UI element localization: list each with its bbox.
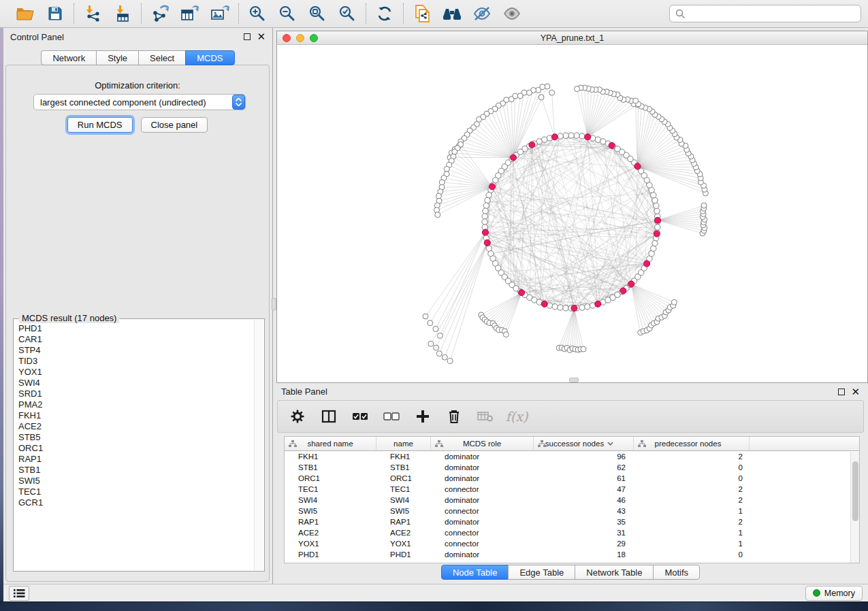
show-all-icon[interactable] xyxy=(500,3,524,24)
import-network-icon[interactable] xyxy=(81,3,104,24)
network-view-window: YPA_prune.txt_1 xyxy=(276,31,868,383)
network-title: YPA_prune.txt_1 xyxy=(277,33,867,43)
close-panel-icon[interactable]: ✕ xyxy=(851,389,860,395)
mcds-result-item[interactable]: FKH1 xyxy=(15,410,253,421)
tab-network-table[interactable]: Network Table xyxy=(575,565,654,580)
close-panel-icon[interactable]: ✕ xyxy=(257,33,266,40)
mcds-result-item[interactable]: ACE2 xyxy=(15,421,253,432)
hierarchy-icon xyxy=(289,440,297,448)
mcds-result-item[interactable]: PHD1 xyxy=(15,323,253,334)
table-cell: 31 xyxy=(534,529,634,537)
tab-motifs[interactable]: Motifs xyxy=(653,565,700,580)
mcds-result-item[interactable]: GCR1 xyxy=(15,497,253,508)
delete-column-icon[interactable] xyxy=(445,408,463,425)
float-panel-icon[interactable] xyxy=(244,33,251,40)
mcds-result-item[interactable]: SWI4 xyxy=(15,378,253,389)
delete-table-icon[interactable] xyxy=(477,408,494,425)
mcds-result-item[interactable]: SWI5 xyxy=(15,476,253,486)
table-row[interactable]: TEC1TEC1connector472 xyxy=(285,484,859,495)
mcds-result-item[interactable]: CAR1 xyxy=(15,334,253,345)
table-row[interactable]: RAP1RAP1dominator352 xyxy=(285,516,859,527)
column-header-name[interactable]: name xyxy=(376,437,431,450)
create-column-icon[interactable] xyxy=(414,408,432,425)
export-image-icon[interactable] xyxy=(208,3,231,24)
mcds-result-item[interactable]: STP4 xyxy=(15,345,253,356)
search-network-icon[interactable] xyxy=(440,3,464,24)
tab-style[interactable]: Style xyxy=(96,50,139,65)
column-header-shared-name[interactable]: shared name xyxy=(285,437,376,450)
mcds-result-item[interactable]: SRD1 xyxy=(15,389,253,399)
mcds-result-item[interactable]: TID3 xyxy=(15,356,253,367)
table-cell: dominator xyxy=(431,463,534,472)
table-row[interactable]: SWI5SWI5connector431 xyxy=(285,506,859,516)
save-icon[interactable] xyxy=(44,3,67,24)
zoom-out-icon[interactable] xyxy=(276,3,299,24)
table-cell: connector xyxy=(431,540,534,548)
refresh-view-icon[interactable] xyxy=(373,3,396,24)
search-field xyxy=(669,5,861,22)
unselect-all-columns-icon[interactable] xyxy=(383,408,400,425)
memory-button[interactable]: Memory xyxy=(805,586,863,601)
table-cell: FKH1 xyxy=(285,452,376,461)
mcds-result-item[interactable]: TEC1 xyxy=(15,486,253,497)
column-header-successor-nodes[interactable]: successor nodes xyxy=(534,437,634,450)
control-panel-title: Control Panel xyxy=(10,32,244,42)
tab-edge-table[interactable]: Edge Table xyxy=(508,565,575,580)
import-table-icon[interactable] xyxy=(111,3,134,24)
mcds-result-scrollbar[interactable] xyxy=(254,320,263,570)
optimization-criterion-select[interactable]: largest connected component (undirected) xyxy=(33,94,246,110)
tab-mcds[interactable]: MCDS xyxy=(185,50,234,65)
table-row[interactable]: YOX1YOX1connector291 xyxy=(285,538,859,549)
network-graph[interactable] xyxy=(277,45,867,382)
open-file-icon[interactable] xyxy=(14,3,37,24)
export-group xyxy=(142,3,238,24)
vertical-splitter-handle[interactable] xyxy=(272,298,276,310)
mcds-result-item[interactable]: ORC1 xyxy=(15,443,253,454)
float-panel-icon[interactable] xyxy=(838,389,845,395)
table-row[interactable]: PHD1PHD1dominator180 xyxy=(285,549,859,560)
task-history-button[interactable] xyxy=(9,586,29,601)
mcds-buttons-row: Run MCDS Close panel xyxy=(6,117,269,133)
column-label: predecessor nodes xyxy=(655,440,722,448)
table-cell: 18 xyxy=(534,550,634,559)
table-cell: 2 xyxy=(634,496,750,504)
network-titlebar[interactable]: YPA_prune.txt_1 xyxy=(277,31,867,45)
copy-network-icon[interactable] xyxy=(411,3,434,24)
select-all-columns-icon[interactable] xyxy=(351,408,369,425)
tab-select[interactable]: Select xyxy=(138,50,186,65)
search-input[interactable] xyxy=(690,9,855,19)
mcds-result-item[interactable]: RAP1 xyxy=(15,454,253,465)
table-row[interactable]: FKH1FKH1dominator962 xyxy=(285,451,859,462)
table-row[interactable]: STB1STB1dominator620 xyxy=(285,462,859,473)
table-row[interactable]: ACE2ACE2connector311 xyxy=(285,527,859,538)
mcds-result-item[interactable]: STB5 xyxy=(15,432,253,443)
mcds-result-item[interactable]: YOX1 xyxy=(15,367,253,378)
column-header-predecessor-nodes[interactable]: predecessor nodes xyxy=(634,437,750,450)
horizontal-splitter-handle[interactable] xyxy=(569,378,579,382)
settings-gear-icon[interactable] xyxy=(289,408,306,425)
close-panel-button[interactable]: Close panel xyxy=(141,117,208,133)
mcds-result-item[interactable]: PMA2 xyxy=(15,399,253,410)
table-scrollbar-thumb[interactable] xyxy=(852,461,858,521)
zoom-in-icon[interactable] xyxy=(246,3,269,24)
table-row[interactable]: SWI4SWI4dominator462 xyxy=(285,495,859,506)
tab-network[interactable]: Network xyxy=(41,50,97,65)
show-columns-icon[interactable] xyxy=(320,408,338,425)
network-canvas[interactable] xyxy=(277,45,867,382)
tab-node-table[interactable]: Node Table xyxy=(441,565,509,580)
zoom-selected-icon[interactable] xyxy=(336,3,359,24)
table-scrollbar[interactable] xyxy=(850,452,859,563)
export-network-icon[interactable] xyxy=(148,3,172,24)
export-table-icon[interactable] xyxy=(178,3,202,24)
column-header-mcds-role[interactable]: MCDS role xyxy=(431,437,534,450)
mcds-result-item[interactable]: STB1 xyxy=(15,465,253,476)
refresh-group xyxy=(366,3,403,24)
table-cell: 46 xyxy=(534,496,634,504)
function-builder-icon[interactable]: f(x) xyxy=(508,408,526,425)
hide-selected-icon[interactable] xyxy=(470,3,494,24)
run-mcds-button[interactable]: Run MCDS xyxy=(67,117,133,133)
zoom-fit-icon[interactable] xyxy=(306,3,329,24)
table-cell: SWI4 xyxy=(376,496,431,504)
table-cell: 0 xyxy=(634,474,750,482)
table-row[interactable]: ORC1ORC1dominator610 xyxy=(285,473,859,484)
